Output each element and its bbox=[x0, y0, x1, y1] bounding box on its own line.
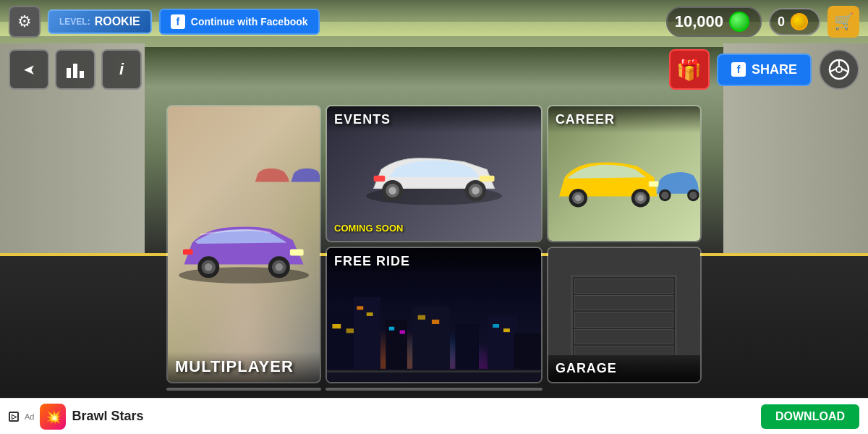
garage-menu-item[interactable]: GARAGE bbox=[547, 247, 702, 384]
svg-rect-48 bbox=[432, 319, 439, 323]
steering-wheel-icon bbox=[828, 59, 850, 80]
events-menu-item[interactable]: EVENTS COMING SOON bbox=[326, 105, 542, 242]
cash-coin-icon bbox=[729, 12, 749, 32]
race-label: RACE bbox=[168, 389, 320, 391]
bar-chart-icon bbox=[65, 59, 85, 80]
multiplayer-label: MULTIPLAYER bbox=[168, 352, 320, 382]
coming-soon-badge: COMING SOON bbox=[334, 223, 403, 234]
ad-banner: ▷ Ad 💥 Brawl Stars DOWNLOAD bbox=[0, 398, 868, 434]
gold-amount: 0 bbox=[778, 14, 785, 30]
svg-point-28 bbox=[575, 195, 582, 201]
svg-rect-32 bbox=[649, 182, 659, 187]
svg-rect-1 bbox=[73, 64, 77, 78]
ad-text: Ad bbox=[25, 412, 34, 421]
gold-display: 0 bbox=[769, 8, 820, 35]
settings-button[interactable]: ⚙ bbox=[9, 6, 41, 38]
svg-line-7 bbox=[842, 69, 848, 72]
events-label: EVENTS bbox=[327, 106, 541, 133]
ad-icon-area: ▷ Ad 💥 Brawl Stars bbox=[9, 404, 144, 430]
city-silhouette bbox=[327, 275, 541, 382]
cash-display: 10,000 bbox=[666, 7, 762, 37]
svg-point-4 bbox=[836, 67, 842, 72]
svg-point-20 bbox=[205, 263, 213, 271]
gift-button[interactable]: 🎁 bbox=[669, 49, 710, 90]
ad-game-name: Brawl Stars bbox=[72, 409, 143, 424]
svg-rect-51 bbox=[493, 324, 499, 328]
controls-button[interactable] bbox=[819, 49, 859, 90]
top-bar: ⚙ LEVEL: ROOKIE f Continue with Facebook… bbox=[0, 0, 868, 43]
share-label: SHARE bbox=[752, 62, 797, 77]
share-facebook-icon: f bbox=[731, 62, 746, 77]
ad-triangle-icon: ▷ bbox=[12, 413, 17, 420]
ad-download-button[interactable]: DOWNLOAD bbox=[761, 404, 859, 429]
career-menu-item[interactable]: CAREER bbox=[547, 105, 702, 242]
right-side-buttons: 🎁 f SHARE bbox=[669, 49, 859, 90]
ad-label-icon: ▷ bbox=[9, 412, 19, 422]
left-side-buttons: ➤ i bbox=[9, 49, 142, 90]
career-car-illustration bbox=[548, 133, 700, 227]
level-label: LEVEL: bbox=[59, 17, 90, 27]
svg-rect-25 bbox=[183, 250, 193, 255]
share-button[interactable]: f SHARE bbox=[717, 54, 812, 86]
svg-rect-55 bbox=[327, 370, 541, 372]
svg-rect-16 bbox=[374, 175, 386, 181]
cart-icon: 🛒 bbox=[834, 12, 854, 31]
facebook-button-label: Continue with Facebook bbox=[191, 16, 308, 27]
facebook-connect-button[interactable]: f Continue with Facebook bbox=[159, 9, 320, 35]
svg-rect-44 bbox=[389, 326, 394, 330]
svg-rect-24 bbox=[290, 250, 304, 256]
multiplayer-bg-cars bbox=[252, 134, 320, 216]
main-menu-grid: EVENTS COMING SOON bbox=[166, 105, 702, 391]
svg-point-34 bbox=[661, 192, 669, 200]
cash-amount: 10,000 bbox=[675, 12, 723, 31]
svg-point-36 bbox=[689, 192, 697, 200]
svg-rect-52 bbox=[503, 328, 510, 332]
stats-button[interactable] bbox=[55, 49, 95, 90]
svg-point-23 bbox=[276, 263, 284, 271]
svg-point-31 bbox=[637, 195, 644, 201]
multiplayer-background bbox=[168, 106, 320, 382]
learnmode-menu-item[interactable]: LEARN MODE bbox=[326, 388, 542, 391]
svg-rect-41 bbox=[357, 306, 364, 310]
exit-button[interactable]: ➤ bbox=[9, 49, 49, 90]
gear-icon: ⚙ bbox=[17, 12, 32, 31]
gift-icon: 🎁 bbox=[676, 58, 702, 82]
freeride-menu-item[interactable]: FREE RIDE bbox=[326, 247, 542, 384]
svg-line-6 bbox=[830, 69, 836, 72]
svg-rect-15 bbox=[480, 175, 495, 181]
svg-rect-42 bbox=[367, 312, 373, 316]
race-menu-item[interactable]: RACE bbox=[166, 388, 321, 391]
career-label: CAREER bbox=[548, 106, 700, 133]
level-badge: LEVEL: ROOKIE bbox=[48, 9, 152, 34]
facebook-icon: f bbox=[171, 14, 185, 29]
info-button[interactable]: i bbox=[101, 49, 142, 90]
shop-cart-button[interactable]: 🛒 bbox=[827, 6, 859, 38]
info-icon: i bbox=[119, 60, 124, 79]
svg-rect-47 bbox=[418, 315, 425, 319]
svg-rect-45 bbox=[400, 330, 405, 333]
freeride-label: FREE RIDE bbox=[327, 248, 541, 275]
events-car-illustration bbox=[338, 147, 530, 207]
svg-rect-2 bbox=[80, 71, 84, 78]
level-value: ROOKIE bbox=[95, 15, 140, 28]
exit-icon: ➤ bbox=[23, 61, 35, 78]
svg-rect-39 bbox=[346, 328, 355, 333]
brawl-stars-icon: 💥 bbox=[40, 404, 66, 430]
svg-rect-38 bbox=[333, 324, 341, 328]
learnmode-label: LEARN MODE bbox=[327, 388, 541, 389]
svg-rect-0 bbox=[67, 68, 71, 78]
svg-point-11 bbox=[388, 187, 396, 194]
svg-point-14 bbox=[472, 187, 479, 194]
gold-coin-icon bbox=[791, 13, 808, 30]
garage-label: GARAGE bbox=[548, 355, 700, 382]
multiplayer-menu-item[interactable]: MULTIPLAYER bbox=[166, 105, 321, 383]
